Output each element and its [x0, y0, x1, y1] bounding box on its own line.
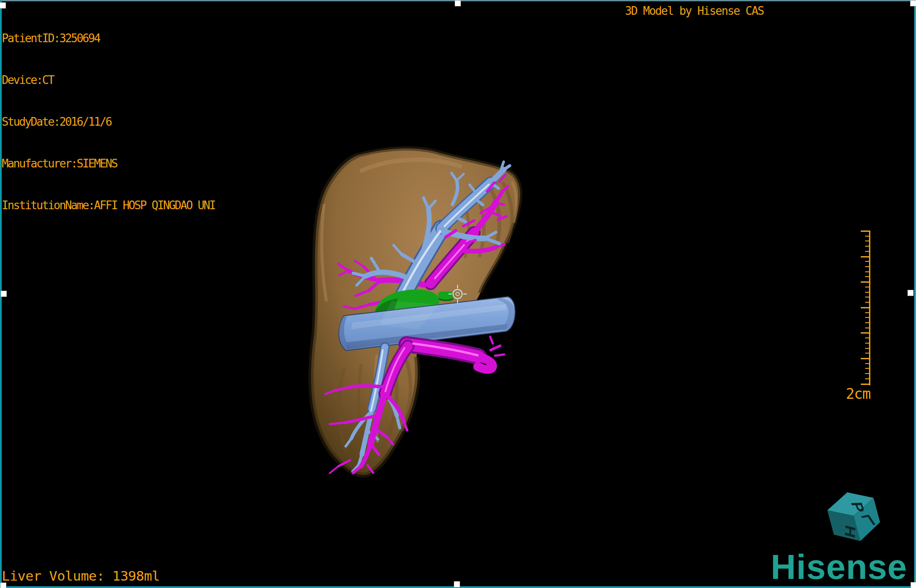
- hisense-logo: Hisense: [771, 550, 907, 585]
- orientation-cube[interactable]: P H L: [821, 484, 886, 549]
- ruler-scale-label: 2cm: [842, 385, 874, 402]
- ruler-line: [869, 231, 870, 385]
- resize-handle-bottom-center[interactable]: [454, 581, 460, 587]
- resize-handle-bottom-right[interactable]: [911, 582, 916, 588]
- study-date: StudyDate:2016/11/6: [2, 115, 215, 129]
- resize-handle-bottom-left[interactable]: [0, 583, 6, 588]
- bile-duct-nub[interactable]: [438, 291, 454, 301]
- institution-name: InstitutionName:AFFI HOSP QINGDAO UNI: [2, 198, 215, 212]
- resize-handle-right-center[interactable]: [908, 290, 913, 296]
- device: Device:CT: [2, 73, 215, 87]
- 3d-viewport[interactable]: PatientID:3250694 Device:CT StudyDate:20…: [0, 0, 916, 588]
- resize-handle-top-left[interactable]: [0, 3, 6, 8]
- cube-letter-posterior: P: [847, 501, 868, 512]
- watermark-title: 3D Model by Hisense CAS: [625, 4, 764, 17]
- resize-handle-top-center[interactable]: [455, 0, 461, 6]
- scale-ruler: [860, 231, 870, 385]
- manufacturer: Manufacturer:SIEMENS: [2, 157, 215, 170]
- liver-volume-label: Liver Volume: 1398ml: [2, 568, 160, 584]
- resize-handle-left-center[interactable]: [1, 291, 7, 297]
- resize-handle-top-right[interactable]: [910, 0, 916, 6]
- ruler-major-ticks: [861, 231, 870, 385]
- patient-info: PatientID:3250694 Device:CT StudyDate:20…: [2, 3, 215, 240]
- patient-id: PatientID:3250694: [2, 31, 215, 45]
